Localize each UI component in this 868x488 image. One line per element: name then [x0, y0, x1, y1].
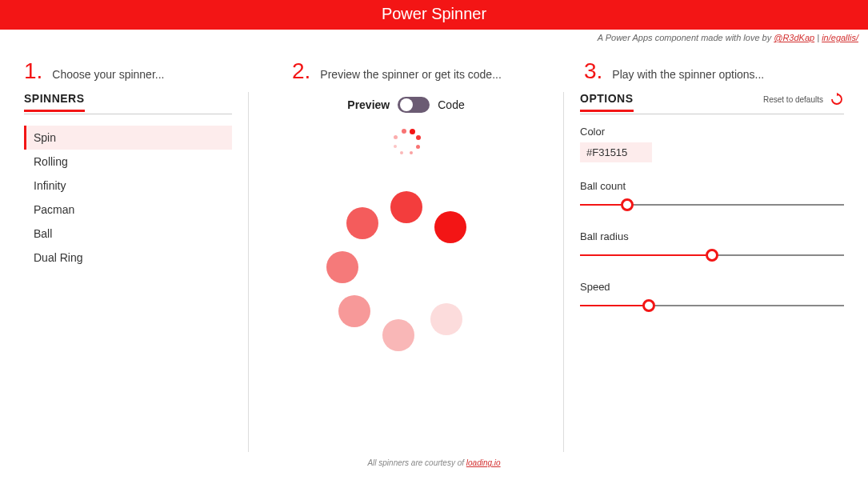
- option-ball-count-label: Ball count: [580, 180, 844, 192]
- code-label: Code: [438, 98, 464, 111]
- footer-prefix: All spinners are courtesy of: [367, 458, 466, 467]
- spinners-title: SPINNERS: [24, 92, 85, 112]
- step-3-text: Play with the spinner options...: [612, 68, 764, 81]
- footer-link[interactable]: loading.io: [466, 458, 501, 467]
- step-2: 2. Preview the spinner or get its code..…: [284, 58, 552, 84]
- option-ball-radius-label: Ball radius: [580, 230, 844, 242]
- option-speed: Speed: [580, 281, 844, 314]
- step-2-text: Preview the spinner or get its code...: [320, 68, 501, 81]
- step-1: 1. Choose your spinner...: [24, 58, 284, 84]
- option-color: Color: [580, 126, 844, 162]
- step-1-number: 1.: [24, 58, 42, 84]
- app-header: Power Spinner: [0, 0, 868, 30]
- spinner-list: SpinRollingInfinityPacmanBallDual Ring: [24, 126, 232, 270]
- credits-link-linkedin[interactable]: in/egallis/: [822, 33, 858, 42]
- app-title: Power Spinner: [382, 5, 486, 22]
- option-ball-radius: Ball radius: [580, 230, 844, 263]
- toggle-knob: [400, 98, 413, 111]
- spinners-column: SPINNERS SpinRollingInfinityPacmanBallDu…: [24, 92, 248, 452]
- reset-label: Reset to defaults: [763, 95, 823, 104]
- preview-column: Preview Code: [248, 92, 564, 452]
- credits-sep: |: [814, 33, 822, 42]
- option-color-label: Color: [580, 126, 844, 138]
- speed-slider[interactable]: [580, 298, 844, 314]
- big-spinner-preview: [326, 191, 486, 351]
- credits-link-twitter[interactable]: @R3dKap: [774, 33, 814, 42]
- footer-credits: All spinners are courtesy of loading.io: [0, 458, 868, 467]
- reset-icon: [830, 92, 844, 106]
- ball-count-slider[interactable]: [580, 197, 844, 213]
- ball-radius-slider[interactable]: [580, 247, 844, 263]
- reset-to-defaults-button[interactable]: Reset to defaults: [763, 92, 844, 106]
- credits-line: A Power Apps component made with love by…: [0, 30, 868, 42]
- color-input[interactable]: [580, 142, 652, 162]
- preview-code-toggle[interactable]: [398, 97, 430, 113]
- step-3: 3. Play with the spinner options...: [552, 58, 844, 84]
- options-title: OPTIONS: [580, 92, 634, 112]
- spinner-item-ball[interactable]: Ball: [24, 222, 232, 246]
- option-ball-count: Ball count: [580, 180, 844, 213]
- spinner-item-pacman[interactable]: Pacman: [24, 198, 232, 222]
- spinner-item-rolling[interactable]: Rolling: [24, 150, 232, 174]
- mini-spinner-preview: [390, 127, 422, 159]
- options-column: OPTIONS Reset to defaults Color Ball cou…: [564, 92, 844, 452]
- step-2-number: 2.: [292, 58, 310, 84]
- credits-prefix: A Power Apps component made with love by: [598, 33, 774, 42]
- spinner-item-infinity[interactable]: Infinity: [24, 174, 232, 198]
- spinner-item-spin[interactable]: Spin: [24, 126, 232, 150]
- preview-label: Preview: [347, 98, 390, 111]
- step-1-text: Choose your spinner...: [52, 68, 164, 81]
- preview-code-toggle-row: Preview Code: [347, 97, 464, 113]
- spinner-item-dual-ring[interactable]: Dual Ring: [24, 246, 232, 270]
- steps-row: 1. Choose your spinner... 2. Preview the…: [0, 42, 868, 92]
- option-speed-label: Speed: [580, 281, 844, 293]
- step-3-number: 3.: [584, 58, 602, 84]
